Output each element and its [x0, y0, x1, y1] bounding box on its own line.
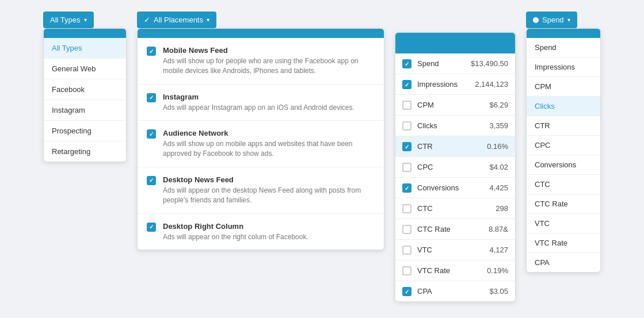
metric-label-ctc: CTC	[417, 204, 490, 213]
placement-text-desktoprightcolumn: Desktop Right Column Ads will appear on …	[163, 222, 308, 242]
metric-checkbox-vtc[interactable]	[402, 246, 411, 255]
metric-label-cpm: CPM	[417, 101, 483, 109]
placement-desc-mobilenewsfeed: Ads will show up for people who are usin…	[163, 56, 375, 76]
metric-checkbox-spend[interactable]	[402, 59, 411, 68]
metric-label-conversions: Conversions	[417, 183, 483, 192]
placement-title-audiencenetwork: Audience Network	[163, 129, 375, 137]
col-item-spend[interactable]: Spend	[527, 38, 600, 58]
placement-desc-instagram: Ads will appear Instagram app on an iOS …	[163, 103, 355, 113]
types-chevron-icon: ▾	[84, 17, 87, 23]
main-container: All Types ▾ All Types General Web Facebo…	[43, 12, 601, 302]
col-item-conversions[interactable]: Conversions	[527, 155, 600, 175]
types-dropdown-button[interactable]: All Types ▾	[43, 12, 94, 28]
metric-label-vtcrate: VTC Rate	[417, 266, 481, 275]
placement-title-desktoprightcolumn: Desktop Right Column	[163, 222, 308, 231]
columns-dropdown-button[interactable]: Spend ▾	[526, 12, 577, 28]
metric-checkbox-impressions[interactable]	[402, 80, 411, 89]
metric-row-conversions: Conversions 4,425	[395, 178, 515, 198]
types-panel: All Types General Web Facebook Instagram…	[43, 28, 127, 162]
placement-item-audiencenetwork: Audience Network Ads will show up on mob…	[138, 121, 384, 167]
metric-label-spend: Spend	[417, 59, 465, 68]
metric-checkbox-cpa[interactable]	[402, 287, 411, 296]
metric-checkbox-vtcrate[interactable]	[402, 266, 411, 275]
metric-value-ctc: 298	[496, 204, 508, 213]
metric-value-cpa: $3.05	[489, 287, 508, 296]
types-dropdown-wrapper: All Types ▾ All Types General Web Facebo…	[43, 12, 127, 162]
metric-value-vtc: 4,127	[489, 246, 508, 254]
placement-title-mobilenewsfeed: Mobile News Feed	[163, 46, 375, 55]
metric-label-cpa: CPA	[417, 287, 483, 296]
metric-value-spend: $13,490.50	[471, 59, 508, 68]
placement-checkbox-instagram[interactable]	[147, 93, 156, 102]
metric-value-clicks: 3,359	[489, 121, 508, 130]
metric-checkbox-ctc[interactable]	[402, 204, 411, 213]
col-item-cpa[interactable]: CPA	[527, 253, 600, 272]
types-item-instagram[interactable]: Instagram	[44, 100, 126, 121]
col-item-clicks[interactable]: Clicks	[527, 97, 600, 116]
metric-label-clicks: Clicks	[417, 121, 483, 130]
columns-dropdown-wrapper: Spend ▾ Spend Impressions CPM Clicks CTR…	[526, 12, 601, 273]
placement-item-desktopnewsfeed: Desktop News Feed Ads will appear on the…	[138, 167, 384, 214]
metric-value-vtcrate: 0.19%	[487, 266, 508, 275]
col-item-ctc[interactable]: CTC	[527, 175, 600, 194]
metric-row-spend: Spend $13,490.50	[395, 53, 515, 74]
metric-checkbox-ctr[interactable]	[402, 142, 411, 151]
col-item-ctcrate[interactable]: CTC Rate	[527, 194, 600, 214]
placement-text-audiencenetwork: Audience Network Ads will show up on mob…	[163, 129, 375, 159]
metric-value-conversions: 4,425	[489, 183, 508, 192]
placements-dropdown-wrapper: ✓ All Placements ▾ Mobile News Feed Ads …	[137, 12, 384, 250]
metric-checkbox-ctcrate[interactable]	[402, 225, 411, 234]
metrics-panel: Spend $13,490.50 Impressions 2,144,123 C…	[395, 32, 516, 302]
metric-row-vtc: VTC 4,127	[395, 240, 515, 260]
metric-checkbox-cpc[interactable]	[402, 163, 411, 172]
columns-panel-header	[527, 29, 600, 38]
metric-value-ctcrate: 8.87&	[489, 225, 508, 233]
placement-item-instagram: Instagram Ads will appear Instagram app …	[138, 85, 384, 121]
types-item-alltypes[interactable]: All Types	[44, 38, 126, 59]
placement-text-desktopnewsfeed: Desktop News Feed Ads will appear on the…	[163, 175, 375, 205]
columns-dropdown-label: Spend	[542, 16, 564, 24]
placement-checkbox-desktoprightcolumn[interactable]	[147, 223, 156, 232]
col-item-impressions[interactable]: Impressions	[527, 58, 600, 77]
metric-row-clicks: Clicks 3,359	[395, 116, 515, 136]
placements-panel: Mobile News Feed Ads will show up for pe…	[137, 28, 384, 250]
placement-title-instagram: Instagram	[163, 93, 355, 101]
placements-dropdown-button[interactable]: ✓ All Placements ▾	[137, 12, 216, 28]
placement-checkbox-mobilenewsfeed[interactable]	[147, 47, 156, 56]
columns-chevron-icon: ▾	[567, 17, 570, 23]
metric-row-ctr: CTR 0.16%	[395, 136, 515, 157]
col-item-ctr[interactable]: CTR	[527, 116, 600, 136]
col-item-vtcrate[interactable]: VTC Rate	[527, 233, 600, 253]
metric-label-vtc: VTC	[417, 246, 483, 254]
col-item-vtc[interactable]: VTC	[527, 214, 600, 233]
placement-checkbox-desktopnewsfeed[interactable]	[147, 176, 156, 185]
placement-desc-audiencenetwork: Ads will show up on mobile apps and webs…	[163, 139, 375, 159]
col-item-cpc[interactable]: CPC	[527, 136, 600, 155]
metric-value-ctr: 0.16%	[487, 142, 508, 151]
metric-row-cpc: CPC $4.02	[395, 157, 515, 178]
columns-dot-icon	[533, 17, 539, 23]
types-item-generalweb[interactable]: General Web	[44, 59, 126, 79]
placement-desc-desktoprightcolumn: Ads will appear on the right colum of Fa…	[163, 232, 308, 242]
metric-checkbox-conversions[interactable]	[402, 183, 411, 193]
placement-text-instagram: Instagram Ads will appear Instagram app …	[163, 93, 355, 113]
types-item-retargeting[interactable]: Retargeting	[44, 141, 126, 162]
placement-item-mobilenewsfeed: Mobile News Feed Ads will show up for pe…	[138, 38, 384, 85]
metric-row-cpa: CPA $3.05	[395, 281, 515, 301]
metric-value-cpc: $4.02	[489, 163, 508, 171]
placement-checkbox-audiencenetwork[interactable]	[147, 129, 156, 139]
metric-label-ctcrate: CTC Rate	[417, 225, 483, 233]
metric-checkbox-clicks[interactable]	[402, 121, 411, 131]
metric-checkbox-cpm[interactable]	[402, 101, 411, 110]
placements-check-icon: ✓	[144, 16, 150, 24]
types-item-facebook[interactable]: Facebook	[44, 79, 126, 100]
metric-label-cpc: CPC	[417, 163, 483, 171]
metric-label-ctr: CTR	[417, 142, 481, 151]
col-item-cpm[interactable]: CPM	[527, 77, 600, 97]
placements-panel-header	[138, 29, 384, 38]
metrics-spacer	[395, 12, 516, 32]
types-item-prospecting[interactable]: Prospecting	[44, 121, 126, 141]
metric-row-cpm: CPM $6.29	[395, 95, 515, 116]
placements-dropdown-label: All Placements	[154, 16, 203, 24]
metric-row-vtcrate: VTC Rate 0.19%	[395, 260, 515, 281]
